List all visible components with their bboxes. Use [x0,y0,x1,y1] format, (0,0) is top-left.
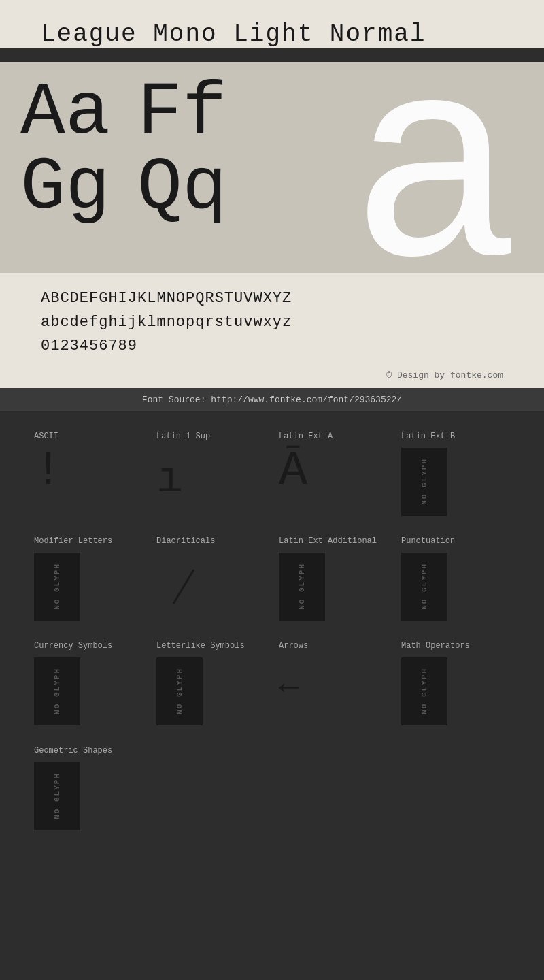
no-glyph-latinextadd: NO GLYPH [279,553,325,621]
no-glyph-text-geoshapes: NO GLYPH [53,772,61,819]
no-glyph-text-letterlike: NO GLYPH [175,668,184,715]
diacritical-slash-svg [156,559,211,614]
header-section: League Mono Light Normal [0,0,544,48]
big-char: a [350,62,521,273]
specimen-pair-qq: Qq [137,150,227,225]
alphabet-lowercase: abcdefghijklmnopqrstuvwxyz [41,310,503,334]
no-glyph-text: NO GLYPH [420,458,428,505]
glyph-label-latin1sup: Latin 1 Sup [156,431,210,441]
svg-line-0 [173,570,194,604]
no-glyph-currency: NO GLYPH [34,657,80,725]
no-glyph-text-mathops: NO GLYPH [420,668,428,715]
glyph-cell-punctuation: Punctuation NO GLYPH [394,529,517,634]
glyph-char-ascii: ! [34,448,63,495]
glyph-char-arrow: ← [279,671,299,705]
no-glyph-text-currency: NO GLYPH [53,668,61,715]
glyph-cell-arrows: Arrows ← [272,634,394,739]
no-glyph-text-latinextadd: NO GLYPH [298,563,306,610]
alphabet-uppercase: ABCDEFGHIJKLMNOPQRSTUVWXYZ [41,287,503,310]
specimen-area: Aa Ff Gg Qq a [0,62,544,273]
glyph-label-ascii: ASCII [34,431,58,441]
glyph-label-arrows: Arrows [279,641,308,651]
glyph-char-latin1sup: ı [156,458,183,502]
no-glyph-mathops: NO GLYPH [401,657,447,725]
glyph-label-diacriticals: Diacriticals [156,536,215,546]
glyph-cell-ascii: ASCII ! [27,425,150,529]
glyph-cell-letterlike: Letterlike Symbols NO GLYPH [150,634,272,739]
alphabet-section: ABCDEFGHIJKLMNOPQRSTUVWXYZ abcdefghijklm… [0,273,544,365]
glyphs-grid: ASCII ! Latin 1 Sup ı Latin Ext A Ā Lati… [0,411,544,858]
glyph-label-currency: Currency Symbols [34,641,112,651]
glyph-cell-latinextadd: Latin Ext Additional NO GLYPH [272,529,394,634]
glyph-label-latinextadd: Latin Ext Additional [279,536,377,546]
diacritical-slash-container [156,559,211,617]
glyph-cell-latinextb: Latin Ext B NO GLYPH [394,425,517,529]
font-title: League Mono Light Normal [41,20,503,48]
glyph-cell-latin1sup: Latin 1 Sup ı [150,425,272,529]
glyph-label-mathops: Math Operators [401,641,470,651]
glyph-label-modifier: Modifier Letters [34,536,112,546]
source-bar: Font Source: http://www.fontke.com/font/… [0,388,544,411]
glyph-cell-diacriticals: Diacriticals [150,529,272,634]
glyph-char-latinexta: Ā [279,448,307,495]
big-char-background: a [326,62,544,273]
glyph-label-latinexta: Latin Ext A [279,431,333,441]
glyph-label-geoshapes: Geometric Shapes [34,746,112,755]
no-glyph-latinextb: NO GLYPH [401,448,447,516]
copyright-text: © Design by fontke.com [386,370,503,380]
glyph-cell-currency: Currency Symbols NO GLYPH [27,634,150,739]
source-text: Font Source: http://www.fontke.com/font/… [142,395,402,405]
glyph-cell-modifier: Modifier Letters NO GLYPH [27,529,150,634]
specimen-pair-aa: Aa [20,76,110,150]
specimen-pair-ff: Ff [137,76,227,150]
no-glyph-geoshapes: NO GLYPH [34,762,80,830]
no-glyph-punctuation: NO GLYPH [401,553,447,621]
no-glyph-letterlike: NO GLYPH [156,657,203,725]
glyph-label-latinextb: Latin Ext B [401,431,455,441]
copyright-bar: © Design by fontke.com [0,365,544,388]
no-glyph-text-punctuation: NO GLYPH [420,563,428,610]
no-glyph-text-modifier: NO GLYPH [53,563,61,610]
no-glyph-modifier: NO GLYPH [34,553,80,621]
glyph-cell-mathops: Math Operators NO GLYPH [394,634,517,739]
glyph-cell-latinexta: Latin Ext A Ā [272,425,394,529]
glyph-label-punctuation: Punctuation [401,536,455,546]
glyph-cell-geoshapes: Geometric Shapes NO GLYPH [27,739,150,844]
alphabet-digits: 0123456789 [41,334,503,358]
glyph-label-letterlike: Letterlike Symbols [156,641,245,651]
specimen-pair-gg: Gg [20,150,110,225]
